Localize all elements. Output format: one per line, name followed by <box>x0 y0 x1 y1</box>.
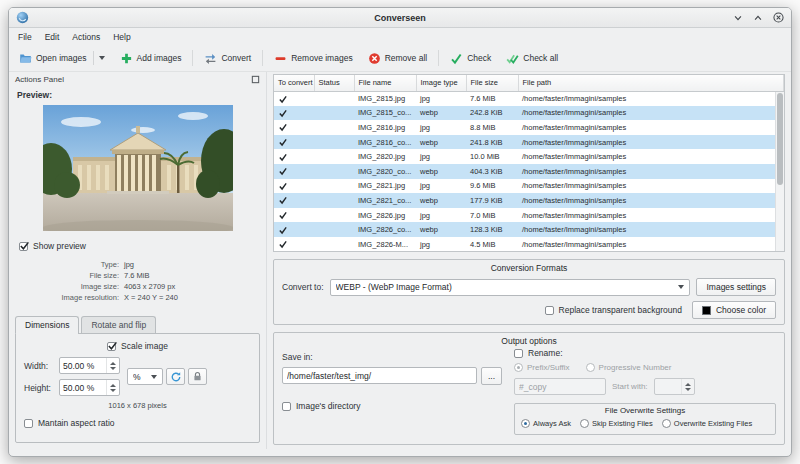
add-images-button[interactable]: Add images <box>114 48 188 69</box>
table-row[interactable]: IMG_2816_co...webp241.8 KiB/home/faster/… <box>274 135 784 150</box>
images-directory-checkbox[interactable]: Image's directory <box>282 401 502 411</box>
table-row[interactable]: IMG_2821.jpgjpg9.6 MiB/home/faster/Immag… <box>274 179 784 194</box>
output-options-group: Output options Save in: ... Image's dire… <box>273 332 785 445</box>
col-file-name[interactable]: File name <box>354 75 416 91</box>
cell-to-convert[interactable] <box>274 91 314 106</box>
menu-bar: File Edit Actions Help <box>9 28 791 45</box>
table-row[interactable]: IMG_2820.jpgjpg10.0 MiB/home/faster/Imma… <box>274 149 784 164</box>
browse-button[interactable]: ... <box>481 367 502 385</box>
col-to-convert[interactable]: To convert <box>274 75 314 91</box>
start-with-input[interactable] <box>655 379 681 394</box>
width-label: Width: <box>24 361 55 371</box>
menu-edit[interactable]: Edit <box>39 30 66 44</box>
open-images-button[interactable]: Open images <box>13 47 111 69</box>
cell-file-size: 4.5 MiB <box>466 237 518 252</box>
cell-to-convert[interactable] <box>274 135 314 150</box>
menu-file[interactable]: File <box>12 30 38 44</box>
cell-to-convert[interactable] <box>274 208 314 223</box>
scale-image-label: Scale image <box>121 341 168 351</box>
refresh-button[interactable] <box>166 368 185 385</box>
unit-combobox[interactable]: % <box>127 368 163 385</box>
remove-images-button[interactable]: Remove images <box>268 48 358 69</box>
col-image-type[interactable]: Image type <box>416 75 466 91</box>
rename-checkbox[interactable]: Rename: <box>514 348 776 358</box>
minimize-button[interactable] <box>732 12 744 24</box>
chevron-down-icon <box>99 56 105 60</box>
table-row[interactable]: IMG_2815.jpgjpg7.6 MiB/home/faster/Immag… <box>274 91 784 106</box>
progressive-number-radio[interactable]: Progressive Number <box>586 363 672 372</box>
format-value: WEBP - (WebP Image Format) <box>336 282 674 292</box>
col-status[interactable]: Status <box>314 75 354 91</box>
cell-to-convert[interactable] <box>274 106 314 121</box>
skip-existing-radio[interactable]: Skip Existing Files <box>580 419 653 428</box>
table-row[interactable]: IMG_2816.jpgjpg8.8 MiB/home/faster/Immag… <box>274 120 784 135</box>
choose-color-button[interactable]: Choose color <box>692 301 776 319</box>
scrollbar-thumb[interactable] <box>777 93 783 185</box>
cell-file-name: IMG_2816_co... <box>354 135 416 150</box>
col-file-size[interactable]: File size <box>466 75 518 91</box>
close-button[interactable] <box>772 12 784 24</box>
replace-transparent-checkbox[interactable]: Replace transparent background <box>545 305 682 315</box>
spin-up-icon <box>110 362 116 365</box>
vertical-scrollbar[interactable] <box>775 92 784 251</box>
rename-label: Rename: <box>528 348 563 358</box>
overwrite-existing-radio[interactable]: Overwrite Existing Files <box>662 419 752 428</box>
title-bar[interactable]: Converseen <box>9 8 791 28</box>
rename-pattern-input[interactable] <box>514 378 606 395</box>
table-row[interactable]: IMG_2820_co...webp404.3 KiB/home/faster/… <box>274 164 784 179</box>
start-with-spin-buttons[interactable] <box>681 379 694 394</box>
start-with-label: Start with: <box>612 382 648 391</box>
lock-button[interactable] <box>188 368 207 385</box>
cell-to-convert[interactable] <box>274 164 314 179</box>
images-settings-button[interactable]: Images settings <box>696 278 776 296</box>
width-spin-buttons[interactable] <box>106 358 119 373</box>
always-ask-radio[interactable]: Always Ask <box>521 419 571 428</box>
radio-dot <box>521 419 530 428</box>
cell-to-convert[interactable] <box>274 179 314 194</box>
check-button[interactable]: Check <box>444 48 497 69</box>
format-combobox[interactable]: WEBP - (WebP Image Format) <box>330 279 691 296</box>
height-input[interactable] <box>60 380 106 395</box>
info-dim-value: 4063 x 2709 px <box>124 282 266 291</box>
table-row[interactable]: IMG_2821_co...webp177.9 KiB/home/faster/… <box>274 193 784 208</box>
show-preview-checkbox[interactable]: Show preview <box>19 241 86 251</box>
tab-dimensions[interactable]: Dimensions <box>15 316 79 333</box>
tab-rotate-flip[interactable]: Rotate and flip <box>81 316 156 333</box>
menu-help[interactable]: Help <box>107 30 136 44</box>
table-row[interactable]: IMG_2826_co...webp128.3 KiB/home/faster/… <box>274 222 784 237</box>
cell-to-convert[interactable] <box>274 193 314 208</box>
spin-down-icon <box>685 388 691 391</box>
maximize-button[interactable] <box>752 12 764 24</box>
remove-all-button[interactable]: Remove all <box>362 48 434 69</box>
width-input[interactable] <box>60 358 106 373</box>
menu-actions[interactable]: Actions <box>66 30 106 44</box>
col-file-path[interactable]: File path <box>518 75 784 91</box>
save-path-input[interactable] <box>282 367 477 384</box>
dock-float-button[interactable] <box>251 75 260 84</box>
scale-image-checkbox[interactable]: Scale image <box>107 341 168 351</box>
cell-to-convert[interactable] <box>274 149 314 164</box>
cell-status <box>314 106 354 121</box>
cell-to-convert[interactable] <box>274 120 314 135</box>
toolbar-separator <box>192 50 193 66</box>
height-spinbox[interactable] <box>59 379 120 396</box>
cell-to-convert[interactable] <box>274 237 314 252</box>
open-images-dropdown[interactable] <box>93 51 105 65</box>
spin-up-icon <box>110 384 116 387</box>
replace-transparent-label: Replace transparent background <box>559 305 682 315</box>
status-bar <box>9 449 791 456</box>
cell-to-convert[interactable] <box>274 222 314 237</box>
width-spinbox[interactable] <box>59 357 120 374</box>
check-all-button[interactable]: Check all <box>500 48 564 69</box>
convert-button[interactable]: Convert <box>198 48 257 69</box>
table-row[interactable]: IMG_2815_co...webp242.8 KiB/home/faster/… <box>274 106 784 121</box>
progressive-number-label: Progressive Number <box>599 363 672 372</box>
cell-image-type: jpg <box>416 208 466 223</box>
table-row[interactable]: IMG_2826.jpgjpg7.0 MiB/home/faster/Immag… <box>274 208 784 223</box>
table-row[interactable]: IMG_2826-M...jpg4.5 MiB/home/faster/Imma… <box>274 237 784 252</box>
maintain-aspect-checkbox[interactable]: Mantain aspect ratio <box>24 418 115 428</box>
prefix-suffix-radio[interactable]: Prefix/Suffix <box>514 363 570 372</box>
height-spin-buttons[interactable] <box>106 380 119 395</box>
start-with-spinbox[interactable] <box>654 378 695 395</box>
cell-file-name: IMG_2826.jpg <box>354 208 416 223</box>
